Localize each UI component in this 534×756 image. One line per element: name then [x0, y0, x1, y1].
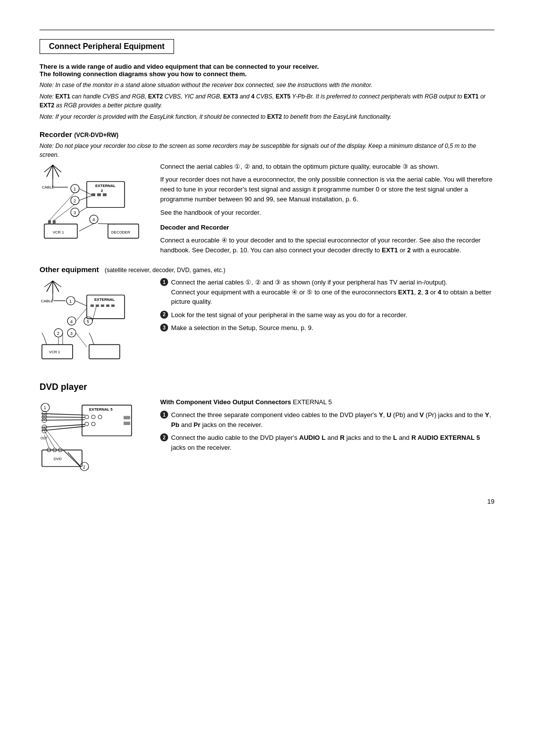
- svg-line-82: [42, 414, 85, 415]
- svg-text:1: 1: [74, 187, 76, 191]
- svg-line-33: [79, 224, 94, 231]
- svg-rect-49: [106, 305, 110, 307]
- other-equipment-title: Other equipment: [40, 265, 99, 274]
- svg-rect-80: [124, 416, 130, 420]
- note1: Note: In case of the monitor in a stand …: [40, 81, 494, 90]
- svg-text:OUT: OUT: [41, 437, 47, 440]
- svg-line-65: [42, 333, 44, 338]
- dvd-ext5-label: EXTERNAL 5: [293, 398, 332, 406]
- other-equipment-subtitle: (satellite receiver, decoder, DVD, games…: [105, 267, 225, 274]
- page-number: 19: [40, 498, 494, 505]
- svg-line-67: [91, 337, 94, 344]
- svg-line-18: [79, 196, 91, 201]
- svg-text:2: 2: [83, 465, 86, 470]
- svg-rect-15: [97, 193, 101, 196]
- other-equipment-text: 1 Connect the aerial cables ①, ② and ③ a…: [160, 278, 494, 336]
- svg-line-26: [49, 193, 75, 220]
- recorder-text: Connect the aerial cables ①, ② and, to o…: [160, 162, 494, 258]
- svg-rect-24: [48, 220, 51, 224]
- dvd-diagram: EXTERNAL 5: [40, 397, 148, 483]
- svg-text:2: 2: [74, 198, 76, 203]
- svg-rect-14: [91, 193, 95, 196]
- svg-text:CABLE: CABLE: [41, 299, 53, 303]
- dvd-comp-title: With Component Video Output Connectors: [160, 398, 291, 406]
- svg-text:5: 5: [87, 319, 89, 324]
- recorder-note: Note: Do not place your recorder too clo…: [40, 142, 494, 159]
- svg-line-70: [76, 333, 87, 347]
- decoder-title: Decoder and Recorder: [160, 223, 494, 233]
- svg-text:4: 4: [70, 319, 73, 324]
- svg-line-60: [76, 308, 87, 321]
- svg-line-37: [44, 281, 53, 287]
- svg-rect-66: [89, 345, 120, 359]
- intro-bold: There is a wide range of audio and video…: [40, 63, 494, 78]
- svg-text:EXTERNAL 5: EXTERNAL 5: [89, 407, 113, 412]
- svg-rect-47: [96, 305, 99, 307]
- svg-point-76: [91, 415, 95, 419]
- svg-line-0: [46, 165, 52, 177]
- svg-text:1: 1: [69, 299, 72, 304]
- dvd-svg: EXTERNAL 5: [40, 397, 143, 481]
- svg-line-103: [63, 450, 80, 467]
- svg-line-36: [53, 281, 59, 292]
- svg-rect-48: [101, 305, 104, 307]
- other-equipment-content: CABLE 1 EXTERNAL 4 5: [40, 278, 494, 373]
- svg-line-27: [54, 205, 75, 221]
- svg-text:EXTERNAL: EXTERNAL: [95, 184, 116, 188]
- svg-text:3: 3: [70, 331, 73, 336]
- svg-line-17: [79, 189, 91, 194]
- recorder-section-title: Recorder (VCR-DVD+RW): [40, 130, 494, 139]
- svg-line-83: [42, 417, 85, 418]
- svg-line-2: [44, 165, 53, 172]
- svg-text:VCR 1: VCR 1: [53, 230, 64, 235]
- dvd-text: With Component Video Output Connectors E…: [160, 397, 494, 456]
- recorder-svg: CABLE 1 2 EXTERNAL 2 3 VCR: [40, 162, 143, 251]
- recorder-section: CABLE 1 2 EXTERNAL 2 3 VCR: [40, 162, 494, 258]
- svg-text:DVD: DVD: [54, 457, 62, 462]
- svg-rect-50: [111, 305, 115, 307]
- svg-rect-46: [90, 305, 94, 307]
- svg-line-35: [46, 281, 52, 292]
- other-svg: CABLE 1 EXTERNAL 4 5: [40, 278, 143, 372]
- svg-line-102: [68, 452, 80, 466]
- other-equipment-section: Other equipment (satellite receiver, dec…: [40, 265, 494, 373]
- svg-text:DECODER: DECODER: [111, 230, 131, 235]
- svg-line-51: [75, 301, 87, 306]
- svg-line-38: [53, 281, 61, 287]
- svg-line-84: [42, 420, 85, 421]
- dvd-section: DVD player EXTERNAL 5: [40, 382, 494, 483]
- svg-text:2: 2: [101, 189, 103, 193]
- svg-point-79: [91, 422, 95, 426]
- svg-point-75: [85, 415, 89, 419]
- page-title-box: Connect Peripheral Equipment: [40, 39, 174, 54]
- svg-line-3: [53, 165, 61, 172]
- svg-line-21: [79, 207, 87, 212]
- svg-line-68: [89, 333, 91, 338]
- dvd-title: DVD player: [40, 382, 494, 392]
- decoder-text: Connect a eurocable ④ to your decoder an…: [160, 236, 494, 255]
- svg-text:CABLE: CABLE: [42, 185, 54, 189]
- svg-text:VCR 1: VCR 1: [49, 350, 60, 354]
- svg-text:1: 1: [44, 406, 46, 411]
- svg-point-78: [85, 422, 89, 426]
- svg-text:2: 2: [57, 331, 59, 336]
- svg-text:4: 4: [92, 217, 95, 222]
- other-equipment-diagram: CABLE 1 EXTERNAL 4 5: [40, 278, 148, 373]
- svg-text:EXTERNAL: EXTERNAL: [94, 297, 115, 302]
- svg-point-77: [98, 415, 102, 419]
- svg-rect-81: [124, 422, 130, 425]
- dvd-content: EXTERNAL 5: [40, 397, 494, 483]
- note3: Note: If your recorder is provided with …: [40, 112, 494, 121]
- svg-line-64: [44, 337, 47, 344]
- note2: Note: EXT1 can handle CVBS and RGB, EXT2…: [40, 92, 494, 110]
- svg-rect-25: [53, 220, 56, 224]
- svg-text:3: 3: [74, 210, 76, 215]
- recorder-diagram: CABLE 1 2 EXTERNAL 2 3 VCR: [40, 162, 148, 252]
- svg-rect-16: [103, 193, 107, 196]
- svg-rect-95: [42, 450, 82, 467]
- svg-line-1: [53, 165, 59, 177]
- svg-line-32: [98, 224, 115, 224]
- page-title: Connect Peripheral Equipment: [49, 42, 165, 51]
